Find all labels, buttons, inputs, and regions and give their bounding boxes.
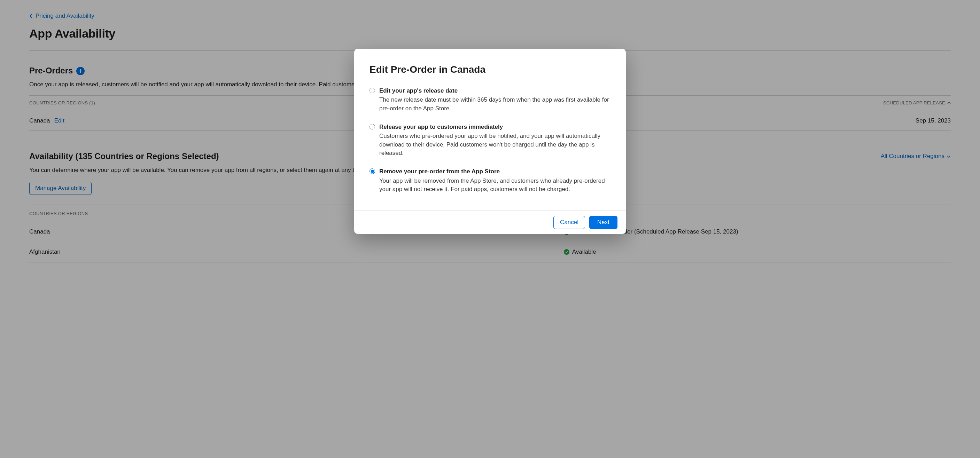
radio-icon[interactable] xyxy=(369,88,375,93)
modal-option-desc: Your app will be removed from the App St… xyxy=(379,177,611,194)
modal-option-title: Edit your app's release date xyxy=(379,87,611,95)
modal-title: Edit Pre-Order in Canada xyxy=(369,63,611,77)
modal-option-title: Release your app to customers immediatel… xyxy=(379,123,611,132)
cancel-button[interactable]: Cancel xyxy=(554,216,585,229)
modal-option-remove-preorder[interactable]: Remove your pre-order from the App Store… xyxy=(369,167,611,194)
modal-overlay[interactable]: Edit Pre-Order in Canada Edit your app's… xyxy=(0,0,980,276)
next-button[interactable]: Next xyxy=(589,216,617,229)
radio-icon[interactable] xyxy=(369,168,375,174)
modal-option-release-immediately[interactable]: Release your app to customers immediatel… xyxy=(369,123,611,158)
modal-option-desc: The new release date must be within 365 … xyxy=(379,96,611,113)
radio-icon[interactable] xyxy=(369,124,375,130)
modal-option-desc: Customers who pre-ordered your app will … xyxy=(379,132,611,158)
modal-option-edit-release-date[interactable]: Edit your app's release date The new rel… xyxy=(369,87,611,113)
edit-preorder-modal: Edit Pre-Order in Canada Edit your app's… xyxy=(354,49,626,234)
modal-option-title: Remove your pre-order from the App Store xyxy=(379,167,611,176)
